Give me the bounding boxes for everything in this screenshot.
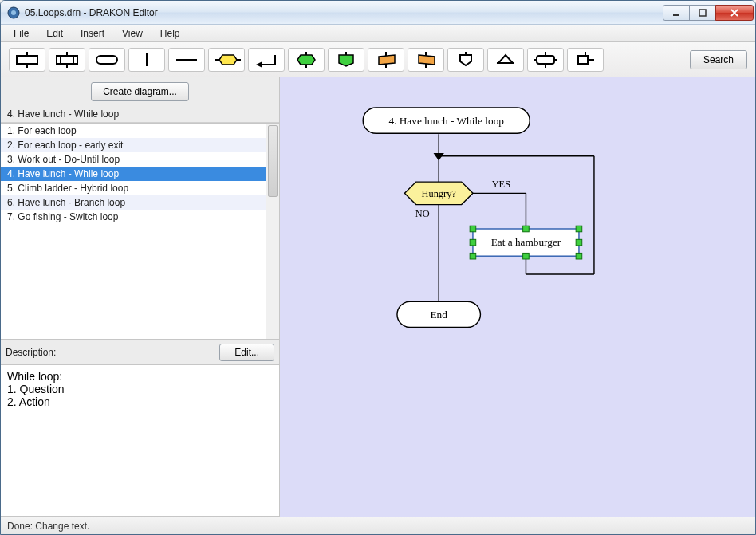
svg-marker-27 xyxy=(419,55,435,65)
description-text: While loop: 1. Question 2. Action xyxy=(1,365,279,517)
tool-orange-proc-icon[interactable] xyxy=(368,48,404,72)
svg-rect-12 xyxy=(96,56,117,64)
svg-rect-59 xyxy=(576,239,582,246)
svg-marker-19 xyxy=(297,55,315,65)
svg-marker-41 xyxy=(434,153,444,161)
menubar: File Edit Insert View Help xyxy=(1,25,755,42)
list-item[interactable]: 5. Climb ladder - Hybrid loop xyxy=(1,181,266,195)
svg-rect-7 xyxy=(57,56,77,64)
minimize-button[interactable] xyxy=(663,5,690,21)
svg-marker-32 xyxy=(498,55,513,63)
statusbar: Done: Change text. xyxy=(1,517,755,534)
svg-rect-58 xyxy=(470,239,476,246)
svg-marker-22 xyxy=(339,55,353,66)
tool-branch-cap-green-icon[interactable] xyxy=(288,48,325,72)
diagram-question[interactable]: Hungry? xyxy=(422,188,456,199)
svg-rect-34 xyxy=(537,56,554,64)
window-title: 05.Loops.drn - DRAKON Editor xyxy=(25,7,663,18)
tool-address-icon[interactable] xyxy=(567,48,604,72)
menu-file[interactable]: File xyxy=(6,26,37,41)
list-item[interactable]: 1. For each loop xyxy=(1,124,266,138)
diagram-list[interactable]: 1. For each loop2. For each loop - early… xyxy=(1,124,266,339)
edit-description-button[interactable]: Edit... xyxy=(219,344,274,361)
svg-rect-4 xyxy=(17,56,37,64)
list-item[interactable]: 4. Have lunch - While loop xyxy=(1,167,266,181)
app-window: 05.Loops.drn - DRAKON Editor File Edit I… xyxy=(0,0,756,535)
svg-marker-30 xyxy=(460,55,471,65)
yes-label: YES xyxy=(492,179,510,190)
tool-insertion-icon[interactable] xyxy=(49,48,85,72)
svg-marker-24 xyxy=(379,55,395,65)
svg-rect-52 xyxy=(470,226,476,232)
description-label: Description: xyxy=(6,347,219,358)
maximize-button[interactable] xyxy=(689,5,716,21)
list-item[interactable]: 2. For each loop - early exit xyxy=(1,138,266,152)
diagram-action[interactable]: Eat a hamburger xyxy=(491,236,561,248)
list-item[interactable]: 6. Have lunch - Branch loop xyxy=(1,195,266,210)
toolbar: Search xyxy=(1,42,755,77)
tool-branch-angle-icon[interactable] xyxy=(487,48,524,72)
tool-branch-green-icon[interactable] xyxy=(328,48,364,72)
svg-rect-53 xyxy=(523,226,530,232)
list-item[interactable]: 3. Work out - Do-Until loop xyxy=(1,152,266,167)
tool-vline-icon[interactable] xyxy=(128,48,165,72)
create-diagram-button[interactable]: Create diagram... xyxy=(91,82,189,101)
diagram-title: 4. Have lunch - While loop xyxy=(388,115,504,127)
svg-marker-18 xyxy=(256,61,262,68)
content-area: Create diagram... 4. Have lunch - While … xyxy=(1,77,755,517)
sidebar: Create diagram... 4. Have lunch - While … xyxy=(1,77,280,517)
close-button[interactable] xyxy=(715,5,754,21)
diagram-canvas[interactable]: 4. Have lunch - While loop Hungry? YES N… xyxy=(280,77,755,517)
titlebar[interactable]: 05.Loops.drn - DRAKON Editor xyxy=(1,1,755,25)
scrollbar-thumb[interactable] xyxy=(268,125,278,197)
list-item[interactable]: 7. Go fishing - Switch loop xyxy=(1,210,266,224)
create-row: Create diagram... xyxy=(1,77,279,106)
svg-marker-15 xyxy=(219,55,237,65)
svg-rect-55 xyxy=(470,253,476,259)
description-header: Description: Edit... xyxy=(1,340,279,365)
diagram-list-wrap: 1. For each loop2. For each loop - early… xyxy=(1,123,279,340)
tool-hline-icon[interactable] xyxy=(168,48,205,72)
menu-edit[interactable]: Edit xyxy=(38,26,71,41)
svg-rect-3 xyxy=(699,10,706,16)
tool-question-icon[interactable] xyxy=(208,48,245,72)
tool-orange-proc2-icon[interactable] xyxy=(408,48,444,72)
app-icon xyxy=(7,6,20,19)
status-text: Done: Change text. xyxy=(7,521,89,532)
menu-insert[interactable]: Insert xyxy=(73,26,112,41)
tool-branch-small-icon[interactable] xyxy=(447,48,484,72)
current-diagram-label: 4. Have lunch - While loop xyxy=(1,106,279,123)
svg-point-1 xyxy=(11,10,16,15)
svg-rect-57 xyxy=(576,253,582,259)
diagram-end: End xyxy=(430,309,447,321)
tool-for-loop-icon[interactable] xyxy=(527,48,564,72)
tool-action-icon[interactable] xyxy=(9,48,45,72)
no-label: NO xyxy=(415,208,430,219)
tool-arrow-icon[interactable] xyxy=(248,48,285,72)
search-button[interactable]: Search xyxy=(690,50,747,69)
svg-rect-2 xyxy=(673,14,679,16)
svg-rect-56 xyxy=(523,253,530,259)
menu-help[interactable]: Help xyxy=(152,26,188,41)
menu-view[interactable]: View xyxy=(114,26,151,41)
scrollbar[interactable] xyxy=(266,124,279,339)
tool-terminator-icon[interactable] xyxy=(89,48,125,72)
window-buttons xyxy=(663,5,754,21)
svg-rect-54 xyxy=(576,226,582,232)
